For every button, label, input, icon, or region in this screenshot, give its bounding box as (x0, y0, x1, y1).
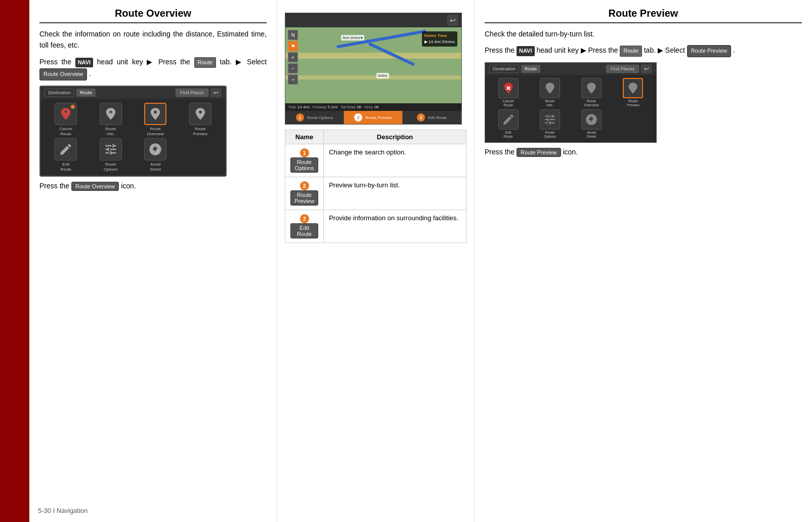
row2-desc: Preview turn-by-turn list. (324, 177, 466, 210)
total-label: Total (288, 105, 296, 109)
left-icon-route-overview-box (144, 103, 166, 125)
right-icon-route-options[interactable]: RouteOptions (530, 109, 570, 139)
row1-btn[interactable]: Route Options (290, 157, 318, 173)
table-row-3: 3 Edit Route Provide information on surr… (285, 210, 466, 243)
tab3-num: 3 (417, 113, 425, 122)
edit-route-icon-r (502, 113, 515, 126)
right-destination-tab[interactable]: Destination (489, 65, 519, 73)
right-press-icon-text: Press the Route Preview icon. (485, 148, 802, 157)
left-icon-cancel-route[interactable]: CancelRoute (45, 103, 88, 136)
route-info-icon: i (104, 107, 118, 121)
left-icon-avoid-street[interactable]: AvoidStreet (134, 138, 177, 172)
right-press-instructions: Press the NAVI head unit key ▶ Press the… (485, 45, 802, 57)
right-avoid-street-label: AvoidStreet (587, 131, 596, 139)
row2-btn[interactable]: Route Preview (290, 190, 318, 206)
right-route-overview-label: RouteOverview (584, 99, 599, 108)
col-desc-header: Description (324, 130, 466, 144)
road1 (285, 53, 461, 59)
left-icon-empty-box (189, 138, 211, 160)
right-icon-route-overview[interactable]: RouteOverview (572, 78, 612, 108)
right-icon-route-preview[interactable]: RoutePreview (613, 78, 653, 108)
map-btn[interactable]: ≡ (288, 74, 298, 85)
left-destination-tab[interactable]: Destination (45, 89, 74, 97)
freeway-seg: Freeway 5.2mi (313, 105, 337, 109)
left-press1: Press the (39, 58, 75, 66)
toll-seg: Toll Road 0ft (340, 105, 361, 109)
right-back-btn[interactable]: ↩ (641, 64, 652, 73)
tab3-label: Edit Route (428, 115, 447, 120)
middle-back-btn[interactable]: ↩ (447, 15, 458, 26)
right-press4: . (733, 46, 735, 54)
route-btn-small[interactable]: ⚑ (288, 41, 298, 51)
left-icon-route-options[interactable]: RouteOptions (90, 138, 133, 172)
row3-btn[interactable]: Edit Route (290, 223, 318, 238)
tab2-label: Route Preview (366, 115, 392, 120)
left-route-overview-label: RouteOverview (147, 127, 164, 136)
left-press3: tab. ▶ Select (220, 58, 267, 66)
main-content: Route Overview Check the information on … (29, 0, 812, 522)
row2-name-cell: 2 Route Preview (285, 177, 324, 210)
right-navi-badge: NAVI (517, 46, 534, 56)
left-body-text: Check the information on route including… (39, 28, 267, 51)
right-body1: Check the detailed turn-by-turn list. (485, 28, 802, 39)
middle-map-top-bar: ↩ (285, 13, 461, 27)
left-back-btn[interactable]: ↩ (210, 88, 222, 97)
right-press-icon-end: icon. (563, 148, 578, 156)
right-icon-avoid-street[interactable]: AvoidStreet (572, 109, 612, 139)
left-icon-route-info[interactable]: i RouteInfo. (90, 103, 133, 136)
tab1-num: 1 (296, 113, 304, 122)
route-preview-tab[interactable]: 2 Route Preview (344, 111, 403, 124)
middle-dist-bar: Total 14.4mi Freeway 5.2mi Toll Road 0ft… (285, 103, 461, 111)
left-press-icon-text: Press the Route Overview icon. (39, 182, 267, 191)
right-route-info-label: RouteInfo. (545, 99, 555, 108)
left-nav-top-bar: Destination Route Find Places ↩ (40, 87, 226, 99)
right-cancel-route-box (498, 78, 519, 98)
left-avoid-street-label: AvoidStreet (150, 162, 161, 172)
row1-num: 1 (300, 148, 309, 157)
right-find-places[interactable]: Find Places (606, 65, 639, 73)
left-icon-edit-route[interactable]: EditRoute (45, 138, 88, 172)
right-route-preview-label: RoutePreview (627, 99, 639, 108)
left-find-places[interactable]: Find Places (176, 89, 208, 97)
left-icon-route-preview-box (189, 103, 211, 125)
left-press-icon-label: Press the (39, 182, 71, 190)
right-icon-cancel-route[interactable]: CancelRoute (488, 78, 528, 108)
left-icon-avoid-street-box (144, 138, 166, 160)
right-press2: head unit key ▶ Press the (536, 46, 620, 54)
left-press2: head unit key ▶ Press the (97, 58, 194, 66)
left-press4: . (89, 69, 91, 77)
left-route-tab-nav[interactable]: Route (76, 89, 96, 97)
faster-time-box: Faster Time ▶ 14.4mi 20mins (422, 31, 457, 47)
table-row-1: 1 Route Options Change the search option… (285, 144, 466, 177)
route-table: Name Description 1 Route Options Change … (285, 130, 466, 243)
middle-column: ↩ N ⚑ + − ≡ Ann Arbor● (277, 0, 475, 522)
right-icon-grid: CancelRoute RouteInfo. RouteOverview (485, 75, 656, 142)
left-route-options-label: RouteOptions (104, 162, 118, 172)
ann-arbor-label: Ann Arbor● (341, 35, 364, 41)
right-icon-route-info[interactable]: RouteInfo. (530, 78, 570, 108)
left-icon-route-options-box (100, 138, 122, 160)
right-empty-box (623, 109, 643, 130)
right-icon-edit-route[interactable]: EditRoute (488, 109, 528, 139)
left-icon-route-preview[interactable]: RoutePreview (179, 103, 222, 136)
faster-time-label: Faster Time (424, 33, 455, 39)
row1-desc: Change the search option. (324, 144, 466, 177)
plus-btn[interactable]: + (288, 52, 298, 62)
north-btn[interactable]: N (288, 30, 298, 40)
left-icon-cancel-route-box (55, 103, 77, 125)
row1-name-cell: 1 Route Options (285, 144, 324, 177)
route-overview-icon (148, 107, 162, 121)
right-route-tab-nav[interactable]: Route (521, 65, 540, 73)
right-route-tab: Route (620, 46, 642, 57)
right-route-options-label: RouteOptions (544, 131, 556, 139)
edit-route-tab[interactable]: 3 Edit Route (403, 111, 461, 124)
left-route-overview-btn: Route Overview (39, 68, 87, 81)
left-icon-route-overview[interactable]: RouteOverview (134, 103, 177, 136)
left-icon-empty (179, 138, 222, 172)
route-options-tab[interactable]: 1 Route Options (285, 111, 344, 124)
avoid-street-icon-left (148, 142, 162, 156)
right-nav-screen: Destination Route Find Places ↩ CancelRo (485, 62, 657, 143)
minus-btn[interactable]: − (288, 63, 298, 73)
left-route-tab: Route (194, 57, 216, 68)
left-nav-screen: Destination Route Find Places ↩ (39, 86, 227, 177)
